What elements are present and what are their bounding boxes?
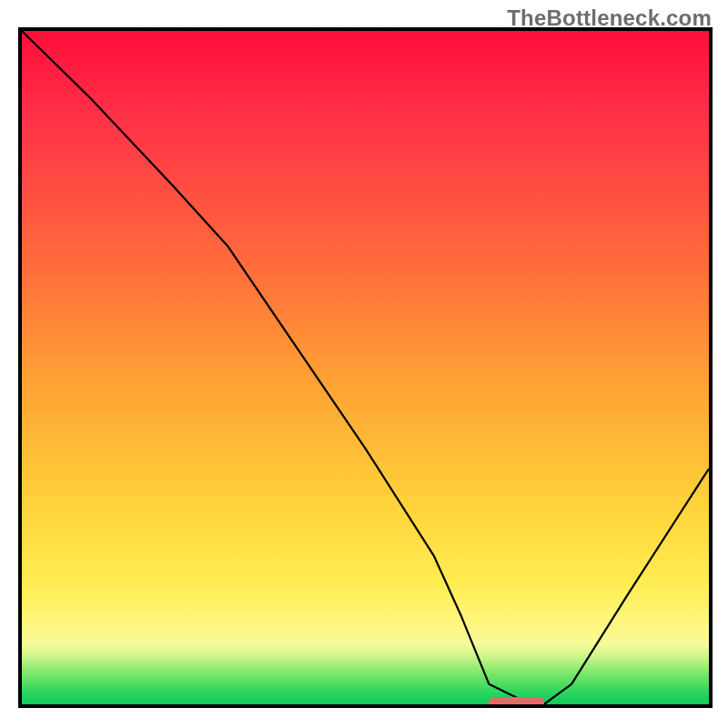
chart-container: TheBottleneck.com <box>0 0 728 728</box>
watermark-text: TheBottleneck.com <box>507 5 712 31</box>
curve-svg <box>22 31 709 704</box>
plot-frame <box>18 27 713 708</box>
optimal-marker <box>489 697 543 708</box>
bottleneck-curve <box>22 31 709 704</box>
